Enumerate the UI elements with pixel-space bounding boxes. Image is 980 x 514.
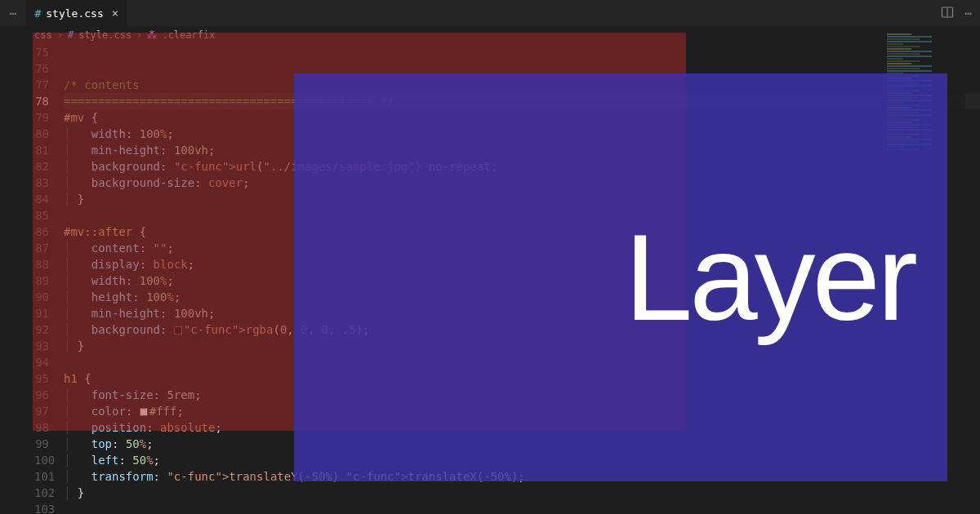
split-editor-icon[interactable] [941,6,954,21]
line-number-gutter: 7576777879808182838485868788899091929394… [34,44,64,514]
breadcrumb-selector[interactable]: .clearfix [162,29,215,41]
css-file-icon: # [34,7,41,20]
selector-icon: ⁂ [147,29,157,41]
more-actions-icon[interactable]: ⋯ [965,7,973,20]
title-bar: ⋯ # style.css × ⋯ [0,0,980,26]
breadcrumb-folder[interactable]: css [34,29,52,41]
tab-area: ⋯ # style.css × [7,0,127,26]
activity-bar [0,26,23,91]
chevron-right-icon: › [57,29,63,41]
css-file-icon: # [68,29,74,41]
minimap[interactable] [884,33,965,490]
breadcrumb-file[interactable]: style.css [78,29,131,41]
tab-filename: style.css [46,7,103,20]
code-content[interactable]: /* contents=============================… [64,44,980,514]
code-editor[interactable]: 7576777879808182838485868788899091929394… [0,44,980,514]
titlebar-actions: ⋯ [941,6,973,21]
chevron-right-icon: › [136,29,142,41]
menu-dots-icon[interactable]: ⋯ [7,7,26,20]
close-icon[interactable]: × [112,7,118,20]
editor-tab[interactable]: # style.css × [26,0,127,26]
breadcrumb[interactable]: css › # style.css › ⁂ .clearfix [0,26,980,44]
